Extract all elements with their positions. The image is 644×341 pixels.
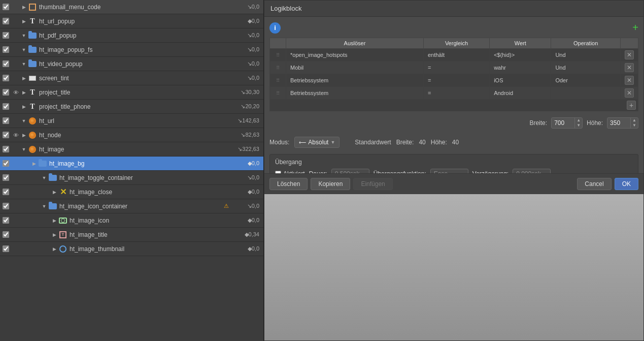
table-cell-ausloeser[interactable]: *open_image_hotspots xyxy=(286,49,424,61)
layer-eye-icon[interactable]: 👁 xyxy=(11,132,20,138)
breite-input-wrap[interactable]: ▲ ▼ xyxy=(551,117,583,129)
layer-checkbox[interactable] xyxy=(0,160,11,167)
table-cell-vergleich[interactable]: enthält xyxy=(423,49,489,61)
layer-expand-button[interactable]: ▶ xyxy=(20,76,27,81)
layer-row[interactable]: ▼ht_image↘322,63 xyxy=(0,142,263,157)
drag-handle-icon[interactable]: ⠿ xyxy=(274,90,282,96)
layer-row[interactable]: ▼ht_image_toggle_container↘0,0 xyxy=(0,171,263,185)
layer-checkbox[interactable] xyxy=(0,146,11,152)
layer-row[interactable]: ▶Tht_image_title◆0,34 xyxy=(0,228,263,242)
layer-checkbox-input[interactable] xyxy=(3,174,9,181)
layer-row[interactable]: ▶Tproject_title_phone↘20,20 xyxy=(0,100,263,114)
layer-expand-button[interactable]: ▼ xyxy=(20,147,27,152)
table-cell-wert[interactable]: Android xyxy=(490,87,551,100)
layer-checkbox-input[interactable] xyxy=(3,160,9,167)
layer-row[interactable]: ▼ht_url↘142,63 xyxy=(0,114,263,128)
fn-input[interactable] xyxy=(430,169,468,173)
layer-checkbox-input[interactable] xyxy=(3,132,9,138)
layer-eye-icon[interactable]: 👁 xyxy=(11,89,20,96)
cancel-button[interactable]: Cancel xyxy=(577,178,611,190)
layer-checkbox[interactable] xyxy=(0,46,11,53)
layer-row[interactable]: ▼ht_image_icon_container⚠↘0,0 xyxy=(0,199,263,213)
table-cell-vergleich[interactable]: = xyxy=(423,74,489,87)
layer-expand-button[interactable]: ▼ xyxy=(20,47,27,52)
drag-handle-icon[interactable]: ⠿ xyxy=(274,52,282,58)
breite-input[interactable] xyxy=(552,118,574,128)
layer-checkbox-input[interactable] xyxy=(3,146,9,152)
layer-checkbox-input[interactable] xyxy=(3,203,9,209)
layer-row[interactable]: ▶✕ht_image_close◆0,0 xyxy=(0,185,263,199)
breite-spinner[interactable]: ▲ ▼ xyxy=(574,118,582,128)
layer-checkbox-input[interactable] xyxy=(3,4,9,10)
layer-expand-button[interactable]: ▶ xyxy=(51,190,58,195)
ok-button[interactable]: OK xyxy=(615,178,638,190)
layer-row[interactable]: ▶Tht_url_popup◆0,0 xyxy=(0,14,263,28)
layer-expand-button[interactable]: ▼ xyxy=(20,118,27,123)
layer-expand-button[interactable]: ▶ xyxy=(51,246,58,252)
layer-checkbox[interactable] xyxy=(0,60,11,67)
layer-checkbox-input[interactable] xyxy=(3,18,9,24)
layer-checkbox[interactable] xyxy=(0,174,11,181)
layer-expand-button[interactable]: ▶ xyxy=(20,104,27,109)
hoehe-spinner[interactable]: ▲ ▼ xyxy=(630,118,638,128)
table-cell-vergleich[interactable]: = xyxy=(423,87,489,100)
delete-row-button[interactable]: ✕ xyxy=(625,50,634,59)
layer-expand-button[interactable]: ▶ xyxy=(51,218,58,223)
table-cell-wert[interactable]: wahr xyxy=(490,61,551,74)
layer-checkbox-input[interactable] xyxy=(3,32,9,39)
layer-row[interactable]: ▶screen_tint↘0,0 xyxy=(0,71,263,85)
layer-row[interactable]: ▼ht_video_popup↘0,0 xyxy=(0,57,263,71)
layer-expand-button[interactable]: ▶ xyxy=(20,90,27,95)
dauer-input[interactable] xyxy=(331,169,369,173)
drag-handle[interactable]: ⠿ xyxy=(270,61,286,74)
kopieren-button[interactable]: Kopieren xyxy=(311,178,350,190)
drag-handle-icon[interactable]: ⠿ xyxy=(274,65,282,71)
layer-expand-button[interactable]: ▼ xyxy=(41,175,48,180)
table-cell-vergleich[interactable]: = xyxy=(423,61,489,74)
add-condition-button[interactable]: + xyxy=(632,22,638,34)
layer-row[interactable]: ▼ht_pdf_popup↘0,0 xyxy=(0,28,263,43)
layer-row[interactable]: ▶ht_image_icon◆0,0 xyxy=(0,213,263,228)
layer-checkbox[interactable] xyxy=(0,132,11,138)
drag-handle[interactable]: ⠿ xyxy=(270,87,286,100)
layer-checkbox-input[interactable] xyxy=(3,231,9,238)
layer-checkbox-input[interactable] xyxy=(3,103,9,110)
hoehe-input-wrap[interactable]: ▲ ▼ xyxy=(607,117,638,129)
layer-expand-button[interactable]: ▶ xyxy=(30,161,38,166)
modus-dropdown[interactable]: ⟵ Absolut ▼ xyxy=(294,137,340,148)
layer-checkbox[interactable] xyxy=(0,75,11,81)
delete-row-button[interactable]: ✕ xyxy=(625,76,634,85)
layer-checkbox[interactable] xyxy=(0,32,11,39)
loeschen-button[interactable]: Löschen xyxy=(269,178,308,190)
table-cell-ausloeser[interactable]: Mobil xyxy=(286,61,424,74)
layer-row[interactable]: 👁▶Tproject_title↘30,30 xyxy=(0,85,263,100)
layer-row[interactable]: ▼ht_image_popup_fs↘0,0 xyxy=(0,43,263,57)
drag-handle[interactable]: ⠿ xyxy=(270,74,286,87)
layer-checkbox-input[interactable] xyxy=(3,89,9,96)
layer-checkbox[interactable] xyxy=(0,203,11,209)
table-cell-operation[interactable]: Und xyxy=(551,61,621,74)
table-cell-operation[interactable]: Und xyxy=(551,49,621,61)
hoehe-input[interactable] xyxy=(607,118,630,128)
layer-row[interactable]: 👁▶ht_node↘82,63 xyxy=(0,128,263,142)
layer-checkbox[interactable] xyxy=(0,89,11,96)
layer-checkbox-input[interactable] xyxy=(3,217,9,224)
breite-up[interactable]: ▲ xyxy=(575,118,582,123)
layer-checkbox-input[interactable] xyxy=(3,60,9,67)
layer-checkbox[interactable] xyxy=(0,217,11,224)
table-cell-operation[interactable] xyxy=(551,87,621,100)
table-cell-ausloeser[interactable]: Betriebssystem xyxy=(286,87,424,100)
layer-expand-button[interactable]: ▼ xyxy=(41,204,48,209)
layer-checkbox-input[interactable] xyxy=(3,117,9,124)
layer-expand-button[interactable]: ▼ xyxy=(20,33,27,38)
layer-checkbox-input[interactable] xyxy=(3,189,9,195)
delete-row-button[interactable]: ✕ xyxy=(625,63,634,72)
layer-checkbox[interactable] xyxy=(0,117,11,124)
layer-expand-button[interactable]: ▶ xyxy=(20,133,27,138)
layer-checkbox-input[interactable] xyxy=(3,46,9,53)
table-cell-operation[interactable]: Oder xyxy=(551,74,621,87)
table-cell-ausloeser[interactable]: Betriebssystem xyxy=(286,74,424,87)
layer-row[interactable]: ▶thumbnail_menu_code↘0,0 xyxy=(0,0,263,14)
layer-checkbox[interactable] xyxy=(0,245,11,252)
add-row-button[interactable]: + xyxy=(627,101,636,110)
